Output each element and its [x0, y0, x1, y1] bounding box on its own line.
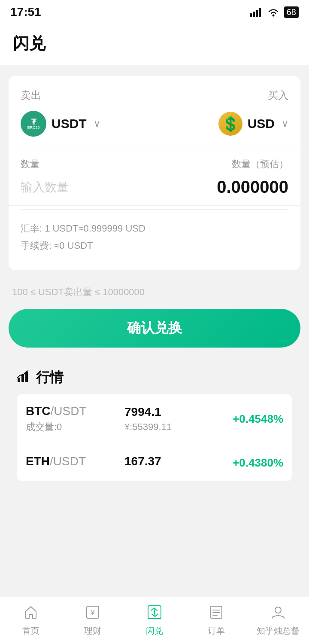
market-pair-eth: ETH/USDT	[26, 455, 124, 471]
battery-icon: 68	[284, 6, 299, 18]
home-icon	[23, 604, 39, 623]
nav-label-orders: 订单	[208, 625, 225, 637]
divider-2	[9, 205, 300, 206]
amount-labels: 数量 数量（预估）	[21, 158, 288, 171]
nav-item-home[interactable]: 首页	[0, 597, 62, 644]
market-item-eth[interactable]: ETH/USDT 167.37 +0.4380%	[17, 444, 292, 481]
from-currency-chevron: ∨	[94, 118, 100, 129]
nav-item-profile[interactable]: 知乎烛总督	[247, 597, 309, 644]
to-currency-name: USD	[248, 116, 275, 131]
exchange-card: 卖出 买入 ₮ ERC20 USDT ∨ 💲 US	[9, 76, 300, 270]
amount-section: 数量 数量（预估） 输入数量 0.000000	[21, 149, 288, 205]
buy-label: 买入	[268, 89, 288, 102]
nav-item-orders[interactable]: 订单	[185, 597, 247, 644]
btc-quote: /USDT	[51, 404, 87, 418]
svg-rect-1	[253, 12, 255, 17]
quantity-label: 数量	[21, 158, 39, 171]
market-chart-icon	[17, 369, 31, 386]
orders-icon	[209, 604, 224, 623]
nav-label-finance: 理财	[84, 625, 101, 637]
market-header: 行情	[17, 360, 292, 394]
svg-text:¥: ¥	[90, 608, 95, 617]
btc-price-block: 7994.1 ¥:55399.11	[124, 405, 223, 433]
market-title: 行情	[36, 368, 64, 387]
output-amount: 0.000000	[217, 177, 288, 197]
sell-buy-row: 卖出 买入	[21, 89, 288, 102]
svg-rect-7	[25, 372, 28, 382]
btc-change: +0.4548%	[223, 412, 283, 426]
nav-label-home: 首页	[22, 625, 39, 637]
eth-quote: /USDT	[50, 455, 86, 468]
market-pair-btc: BTC/USDT 成交量:0	[26, 404, 124, 433]
svg-rect-5	[18, 378, 20, 382]
status-bar: 17:51 68	[0, 0, 309, 24]
page-header: 闪兑	[0, 24, 309, 65]
from-currency-selector[interactable]: ₮ ERC20 USDT ∨	[21, 111, 100, 137]
bottom-nav: 首页 ¥ 理财 闪兑	[0, 597, 309, 644]
eth-change: +0.4380%	[223, 456, 283, 470]
market-section: 行情 BTC/USDT 成交量:0 7994.1 ¥:55399.11 +0.4…	[9, 360, 300, 481]
amount-row: 输入数量 0.000000	[21, 177, 288, 197]
btc-volume: 成交量:0	[26, 421, 124, 433]
nav-label-swap: 闪兑	[146, 625, 163, 637]
eth-pair-name: ETH/USDT	[26, 455, 124, 468]
status-time: 17:51	[10, 5, 41, 19]
svg-point-4	[272, 15, 274, 17]
nav-item-finance[interactable]: ¥ 理财	[62, 597, 124, 644]
page-title: 闪兑	[13, 33, 296, 55]
btc-price: 7994.1	[124, 405, 223, 419]
battery-level: 68	[287, 7, 296, 17]
usdt-icon: ₮ ERC20	[21, 111, 46, 137]
exchange-rate: 汇率: 1 USDT≈0.999999 USD	[21, 220, 288, 237]
main-content: 卖出 买入 ₮ ERC20 USDT ∨ 💲 US	[0, 65, 309, 543]
limit-text: 100 ≤ USDT卖出量 ≤ 10000000	[9, 279, 300, 302]
to-currency-selector[interactable]: 💲 USD ∨	[218, 112, 288, 136]
fee-text: 手续费: ≈0 USDT	[21, 237, 288, 254]
confirm-button[interactable]: 确认兑换	[9, 309, 300, 348]
from-currency-name: USDT	[52, 116, 87, 131]
rate-section: 汇率: 1 USDT≈0.999999 USD 手续费: ≈0 USDT	[21, 209, 288, 257]
market-list: BTC/USDT 成交量:0 7994.1 ¥:55399.11 +0.4548…	[17, 394, 292, 481]
to-currency-chevron: ∨	[282, 118, 288, 129]
btc-pair-name: BTC/USDT	[26, 404, 124, 418]
sell-label: 卖出	[21, 89, 41, 102]
signal-icon	[250, 7, 263, 17]
wifi-icon	[267, 7, 280, 17]
btc-price-cny: ¥:55399.11	[124, 421, 223, 433]
svg-point-17	[275, 607, 281, 613]
estimated-label: 数量（预估）	[232, 158, 288, 171]
market-item-btc[interactable]: BTC/USDT 成交量:0 7994.1 ¥:55399.11 +0.4548…	[17, 394, 292, 444]
status-icons: 68	[250, 6, 299, 18]
svg-rect-3	[259, 8, 261, 17]
usd-coin-icon: 💲	[218, 112, 242, 136]
profile-icon	[270, 604, 286, 623]
eth-price: 167.37	[124, 455, 223, 468]
amount-input[interactable]: 输入数量	[21, 179, 69, 195]
nav-label-profile: 知乎烛总督	[257, 625, 300, 637]
svg-rect-0	[250, 13, 252, 17]
swap-icon	[147, 604, 162, 623]
eth-price-block: 167.37	[124, 455, 223, 471]
svg-rect-2	[256, 10, 258, 17]
nav-item-swap[interactable]: 闪兑	[124, 597, 185, 644]
currency-row: ₮ ERC20 USDT ∨ 💲 USD ∨	[21, 111, 288, 137]
finance-icon: ¥	[85, 604, 100, 623]
